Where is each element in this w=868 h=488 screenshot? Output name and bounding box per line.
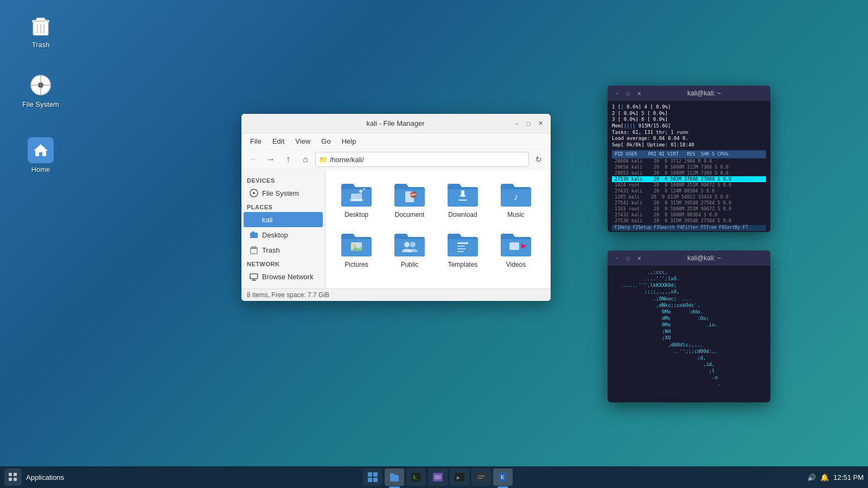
taskbar-item-files[interactable] bbox=[385, 468, 404, 486]
folder-videos[interactable]: Videos bbox=[492, 226, 540, 272]
terminal-2-titlebar: − □ ✕ kali@kali: ~ bbox=[608, 251, 770, 266]
trash-desktop-icon[interactable]: Trash bbox=[16, 8, 65, 53]
terminal-2-title: kali@kali: ~ bbox=[643, 254, 765, 262]
trash-sidebar-label: Trash bbox=[262, 246, 280, 254]
kali-label: kali bbox=[262, 216, 273, 224]
taskbar-items: $_ ▶ K bbox=[71, 468, 805, 486]
terminal-1-titlebar: − □ ✕ kali@kali: ~ bbox=[608, 86, 770, 101]
folder-public[interactable]: Public bbox=[385, 226, 434, 272]
taskbar-item-dark[interactable] bbox=[471, 468, 491, 486]
applications-label[interactable]: Applications bbox=[26, 473, 64, 481]
svg-rect-50 bbox=[373, 478, 378, 482]
svg-point-26 bbox=[363, 188, 365, 190]
svg-rect-2 bbox=[32, 20, 49, 22]
address-bar[interactable]: 📁 /home/kali/ bbox=[315, 152, 529, 167]
taskbar-system: 🔊 🔔 12:51 PM bbox=[807, 473, 864, 481]
minimize-button[interactable]: − bbox=[512, 119, 521, 129]
svg-rect-14 bbox=[252, 216, 254, 219]
svg-text:K: K bbox=[501, 474, 505, 480]
file-grid: Desktop Document bbox=[326, 170, 551, 288]
sidebar-item-desktop[interactable]: Desktop bbox=[244, 227, 323, 242]
svg-rect-49 bbox=[368, 478, 372, 482]
trash-label: Trash bbox=[32, 41, 50, 49]
menu-edit[interactable]: Edit bbox=[268, 136, 289, 147]
refresh-button[interactable]: ↻ bbox=[531, 152, 546, 167]
maximize-button[interactable]: □ bbox=[524, 119, 533, 129]
volume-icon[interactable]: 🔊 bbox=[807, 473, 816, 481]
svg-point-25 bbox=[359, 190, 362, 193]
svg-rect-43 bbox=[9, 473, 12, 476]
svg-rect-38 bbox=[457, 246, 465, 247]
menu-bar: File Edit View Go Help bbox=[241, 133, 551, 150]
document-folder-icon bbox=[393, 179, 426, 208]
menu-go[interactable]: Go bbox=[317, 136, 335, 147]
close-button[interactable]: ✕ bbox=[535, 119, 545, 129]
svg-point-35 bbox=[404, 242, 410, 247]
forward-button[interactable]: → bbox=[263, 152, 278, 167]
term2-maximize[interactable]: □ bbox=[624, 254, 633, 262]
terminal-1-title: kali@kali: ~ bbox=[643, 89, 765, 97]
sidebar-item-network[interactable]: Browse Network bbox=[244, 269, 323, 284]
sidebar-item-kali[interactable]: kali bbox=[244, 212, 323, 227]
taskbar-item-app1[interactable] bbox=[363, 468, 382, 486]
term1-minimize[interactable]: − bbox=[613, 89, 622, 98]
term2-minimize[interactable]: − bbox=[613, 254, 622, 262]
term1-maximize[interactable]: □ bbox=[624, 89, 633, 98]
desktop-folder-label: Desktop bbox=[344, 211, 368, 219]
window-controls: − □ ✕ bbox=[512, 119, 545, 129]
term2-close[interactable]: ✕ bbox=[635, 254, 643, 262]
svg-rect-57 bbox=[476, 473, 486, 481]
svg-text:$_: $_ bbox=[413, 475, 418, 480]
svg-rect-37 bbox=[457, 242, 468, 244]
kali-home-icon bbox=[249, 215, 259, 224]
templates-folder-icon bbox=[446, 229, 479, 258]
taskbar-item-terminal[interactable]: $_ bbox=[406, 468, 426, 486]
network-section-title: NETWORK bbox=[241, 258, 325, 269]
applications-grid-button[interactable] bbox=[4, 468, 22, 486]
taskbar-item-blue[interactable]: K bbox=[493, 468, 513, 486]
notification-icon[interactable]: 🔔 bbox=[820, 473, 829, 481]
address-text: /home/kali/ bbox=[330, 156, 364, 164]
svg-rect-39 bbox=[457, 248, 466, 249]
svg-rect-48 bbox=[373, 472, 378, 477]
back-button[interactable]: ← bbox=[246, 152, 261, 167]
svg-marker-10 bbox=[34, 144, 48, 156]
folder-templates[interactable]: Templates bbox=[438, 226, 487, 272]
drive-icon bbox=[249, 188, 259, 198]
devices-section-title: DEVICES bbox=[241, 174, 325, 185]
folder-document[interactable]: Document bbox=[385, 176, 434, 222]
up-button[interactable]: ↑ bbox=[280, 152, 296, 167]
templates-folder-label: Templates bbox=[448, 261, 478, 268]
pictures-folder-label: Pictures bbox=[344, 261, 368, 268]
folder-desktop[interactable]: Desktop bbox=[332, 176, 381, 222]
sidebar-item-filesystem[interactable]: File System bbox=[244, 185, 323, 201]
folder-pictures[interactable]: Pictures bbox=[332, 226, 381, 272]
status-text: 8 items, Free space: 7.7 GiB bbox=[247, 291, 329, 299]
desktop-folder-icon bbox=[340, 179, 373, 208]
menu-help[interactable]: Help bbox=[337, 136, 361, 147]
network-icon bbox=[249, 272, 259, 281]
taskbar-item-purple[interactable] bbox=[428, 468, 448, 486]
taskbar: Applications $_ bbox=[0, 466, 868, 488]
taskbar-item-black[interactable]: ▶ bbox=[450, 468, 469, 486]
filesystem-desktop-icon[interactable]: File System bbox=[16, 68, 65, 113]
menu-file[interactable]: File bbox=[246, 136, 266, 147]
folder-music[interactable]: ♪ Music bbox=[492, 176, 540, 222]
browse-network-label: Browse Network bbox=[262, 273, 314, 281]
trash-icon bbox=[28, 12, 54, 38]
home-button[interactable]: ⌂ bbox=[298, 152, 313, 167]
places-section-title: PLACES bbox=[241, 201, 325, 212]
public-folder-icon bbox=[393, 229, 426, 258]
download-folder-label: Download bbox=[448, 211, 477, 219]
svg-rect-47 bbox=[368, 472, 372, 477]
document-folder-label: Document bbox=[395, 211, 425, 219]
term1-close[interactable]: ✕ bbox=[635, 89, 643, 98]
svg-rect-40 bbox=[457, 251, 464, 252]
svg-rect-29 bbox=[461, 190, 464, 197]
folder-download[interactable]: Download bbox=[438, 176, 487, 222]
terminal-2-content: .,:ccc, ....''';lxO. ......''',lkKXXK0d;… bbox=[608, 266, 770, 391]
menu-view[interactable]: View bbox=[291, 136, 315, 147]
svg-rect-45 bbox=[9, 478, 12, 481]
home-desktop-icon[interactable]: Home bbox=[16, 133, 65, 178]
sidebar-item-trash[interactable]: Trash bbox=[244, 242, 323, 258]
